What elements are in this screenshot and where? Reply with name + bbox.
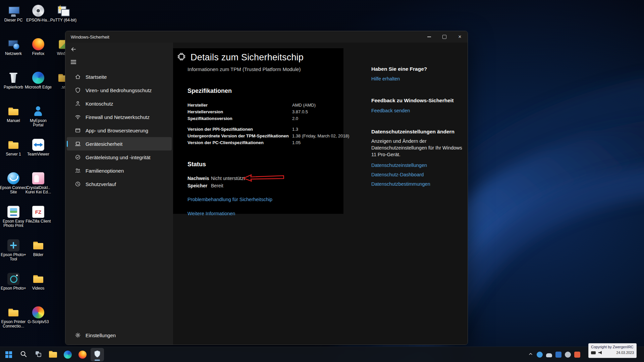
sidebar-item-familienoptionen[interactable]: Familienoptionen [67,164,172,177]
desktop-icon[interactable]: Papierkorb [0,70,28,104]
status-label: Speicher [187,182,211,189]
spec-value: 1.38 (Friday, March 02, 2018) [292,133,349,139]
sidebar-item-virenschutz[interactable]: Viren- und Bedrohungsschutz [67,83,172,97]
desktop-icon[interactable]: CrystalDiskI.. Kurei Kei Ed... [24,171,52,204]
desktop-icon-art [7,38,19,50]
desktop-icon-art [32,139,44,151]
desktop-icon-glyph: FZ [33,206,44,218]
spec-label: Untergeordnete Version der TPM-Spezifika… [187,133,292,139]
page-title: Details zum Sicherheitschip [191,52,304,63]
desktop-icon[interactable]: Bilder [24,238,52,272]
desktop-icon[interactable]: Videos [24,272,52,305]
send-feedback-link[interactable]: Feedback senden [371,108,410,113]
tray-icon-5[interactable] [574,352,580,358]
tray-icon-1[interactable] [537,352,543,358]
desktop-icon[interactable]: Firefox [24,37,52,70]
maximize-button[interactable] [437,31,452,43]
file-explorer-button[interactable] [46,348,60,361]
desktop-icon[interactable]: Epson Photo+ [0,272,28,305]
desktop-icon[interactable]: Epson Connect Site [0,171,28,204]
menu-button[interactable] [67,56,79,68]
spec-label: Hersteller [187,102,292,109]
back-arrow-icon [70,46,76,54]
history-icon [75,181,81,187]
search-button[interactable] [17,348,30,361]
close-button[interactable]: × [452,31,468,43]
desktop-icon[interactable]: Dieser PC [0,3,28,37]
status-heading: Status [187,161,330,168]
desktop-icon-label: TeamViewer [27,152,49,157]
edge-button[interactable] [61,348,74,361]
desktop-icon-art [32,105,44,117]
desktop-icon[interactable]: EPSON-Ha... [24,3,52,37]
desktop-icon[interactable]: Manuel [0,104,28,137]
sidebar-item-kontoschutz[interactable]: Kontoschutz [67,97,172,110]
sidebar-item-geraetesicherheit[interactable]: Gerätesicherheit [67,137,172,150]
taskbar [0,347,644,362]
sidebar-item-firewall[interactable]: Firewall und Netzwerkschutz [67,110,172,124]
desktop-icon-glyph [33,139,44,150]
spec-label: Version der PC-Clientspezifikationen [187,139,292,146]
desktop-icon-art [7,72,19,84]
back-button[interactable] [67,44,79,56]
shield-icon [75,87,81,93]
spec-value: 3.87.0.5 [292,109,308,115]
desktop-icon[interactable]: Server 1 [0,137,28,171]
windows-security-window: Windows-Sicherheit × Startseite [65,31,468,345]
firefox-button[interactable] [76,348,89,361]
desktop-icon[interactable]: TeamViewer [24,137,52,171]
tray-icon-3[interactable] [555,352,561,358]
minimize-button[interactable] [421,31,437,43]
desktop-icon-label: Bilder [33,253,44,257]
spec-value: AMD (AMD) [292,102,316,109]
desktop-icon-glyph [7,139,19,151]
edge-icon [64,351,72,359]
desktop-icon-art [32,306,44,318]
desktop-icon[interactable]: Netzwerk [0,37,28,70]
tray-icon-2[interactable] [546,353,552,357]
tray-icon-4[interactable] [565,352,571,358]
desktop-icon[interactable]: FZ FileZilla Client [24,204,52,238]
desktop-icon[interactable]: Microsoft Edge [24,70,52,104]
titlebar[interactable]: Windows-Sicherheit × [65,31,468,43]
privacy-dashboard-link[interactable]: Datenschutz-Dashboard [371,172,424,177]
desktop-icon-glyph [32,172,44,184]
sidebar-item-schutzverlauf[interactable]: Schutzverlauf [67,177,172,191]
desktop-icon[interactable]: MyEpson Portal [24,104,52,137]
spec-row: Hersteller AMD (AMD) [187,102,330,109]
desktop-icon-label: Papierkorb [4,85,23,89]
desktop-icon-label: FileZilla Client [25,219,51,224]
desktop-icon-glyph [32,273,44,285]
watermark-text: Copyright by ZwergenIRC [591,345,634,349]
spec-list: Hersteller AMD (AMD) Herstellerversion 3… [187,102,330,146]
sidebar-item-geraeteleistung[interactable]: Geräteleistung und -integrität [67,150,172,164]
privacy-settings-link[interactable]: Datenschutzeinstellungen [371,163,427,168]
desktop-icon-glyph [8,206,19,218]
desktop-icon[interactable]: Epson Easy Photo Print [0,204,28,238]
windows-security-button[interactable] [91,348,104,361]
sidebar-item-app-browser[interactable]: App- und Browsersteuerung [67,124,172,137]
desktop-icon-art [32,38,44,50]
get-help-link[interactable]: Hilfe erhalten [371,76,400,81]
sidebar-item-einstellungen[interactable]: Einstellungen [67,328,172,342]
start-button[interactable] [2,348,15,361]
desktop-icon[interactable]: G-Scriptv53 [24,305,52,339]
hidden-icons-chevron[interactable] [528,351,533,358]
troubleshoot-link[interactable]: Problembehandlung für Sicherheitschip [187,197,272,202]
desktop-icon-glyph [7,172,19,184]
desktop-icon-label: Epson Easy Photo Print [0,219,28,228]
desktop-icon[interactable]: Epson Printer Connectio... [0,305,28,339]
desktop-icon[interactable]: Epson Photo+ Tool [0,238,28,272]
sidebar-item-startseite[interactable]: Startseite [67,70,172,83]
windows-security-shield-icon [93,350,101,359]
more-info-link[interactable]: Weitere Informationen [187,211,235,216]
desktop-icon-label: Microsoft Edge [25,85,52,89]
desktop-icon-label: G-Scriptv53 [28,320,49,324]
main-content: Details zum Sicherheitschip Informatione… [173,43,468,345]
gear-icon [75,332,81,338]
privacy-statement-link[interactable]: Datenschutzbestimmungen [371,181,430,187]
desktop-icon-label: Dieser PC [4,18,23,22]
firewall-network-icon [75,114,81,120]
search-icon [20,350,27,359]
task-view-button[interactable] [32,348,45,361]
